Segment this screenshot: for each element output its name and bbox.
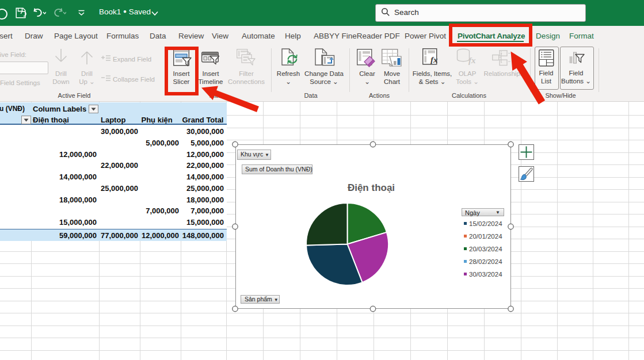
svg-text:fx: fx: [430, 55, 438, 64]
svg-text:fx: fx: [468, 56, 476, 65]
